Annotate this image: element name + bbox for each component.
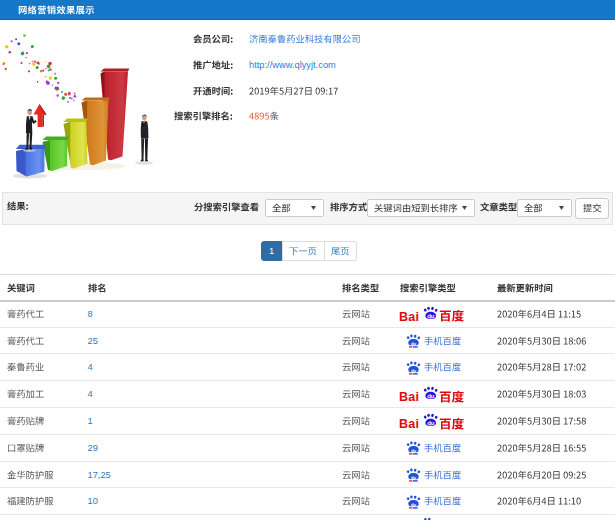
svg-text:du: du — [427, 393, 435, 399]
svg-text:du: du — [411, 367, 417, 372]
svg-text:du: du — [411, 475, 417, 480]
svg-text:du: du — [411, 448, 417, 453]
svg-text:du: du — [411, 501, 417, 506]
svg-text:du: du — [427, 312, 435, 318]
svg-text:du: du — [427, 420, 435, 426]
svg-text:du: du — [411, 341, 417, 346]
